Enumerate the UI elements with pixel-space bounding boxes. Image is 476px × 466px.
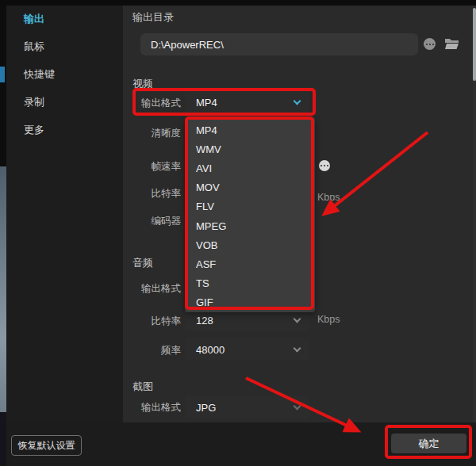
sidebar-item-more[interactable]: 更多 [24, 123, 44, 137]
video-format-select[interactable]: MP4 [185, 92, 309, 113]
audio-freq-value: 48000 [196, 344, 225, 356]
folder-icon [444, 37, 459, 50]
sidebar-item-hotkeys[interactable]: 快捷键 [24, 67, 55, 82]
audio-bitrate-unit: Kbps [317, 314, 340, 325]
ellipsis-icon [426, 44, 428, 45]
dropdown-option-wmv[interactable]: WMV [185, 139, 315, 159]
dropdown-option-flv[interactable]: FLV [185, 197, 315, 216]
desktop-wallpaper-sliver [0, 166, 6, 412]
dropdown-option-mp4[interactable]: MP4 [185, 120, 315, 139]
sidebar-item-mouse[interactable]: 鼠标 [24, 40, 44, 54]
audio-bitrate-select[interactable]: 128 [185, 309, 309, 331]
sidebar-item-record[interactable]: 录制 [24, 95, 44, 109]
dropdown-option-vob[interactable]: VOB [185, 235, 315, 254]
output-directory-input[interactable]: D:\ApowerREC\ [140, 33, 418, 55]
open-folder-button[interactable] [444, 37, 459, 53]
sidebar-item-output[interactable]: 输出 [24, 12, 44, 26]
clarity-label: 清晰度 [132, 127, 181, 140]
video-format-label: 输出格式 [132, 97, 181, 110]
chevron-down-icon [294, 97, 301, 105]
framerate-more-button[interactable] [319, 160, 330, 171]
screenshot-format-value: JPG [196, 402, 216, 414]
framerate-label: 帧速率 [132, 160, 181, 174]
chevron-down-icon [294, 344, 301, 352]
video-bitrate-unit: Kbps [317, 192, 340, 203]
titlebar-strip [0, 0, 476, 6]
desktop-edge-bottom [0, 412, 6, 466]
format-dropdown-list: MP4 WMV AVI MOV FLV MPEG VOB ASF TS GIF [185, 117, 315, 312]
audio-format-label: 输出格式 [132, 282, 181, 296]
dropdown-option-ts[interactable]: TS [185, 274, 315, 293]
dropdown-option-gif[interactable]: GIF [185, 293, 315, 312]
screenshot-format-select[interactable]: JPG [185, 396, 309, 418]
encoder-label: 编码器 [132, 215, 181, 228]
scrollbar-thumb[interactable] [473, 8, 476, 81]
audio-freq-select[interactable]: 48000 [185, 338, 309, 361]
dropdown-option-avi[interactable]: AVI [185, 159, 315, 178]
output-dir-label: 输出目录 [132, 10, 174, 25]
dropdown-option-asf[interactable]: ASF [185, 254, 315, 273]
browse-ellipsis-button[interactable] [424, 38, 436, 50]
settings-window: 输出 鼠标 快捷键 录制 更多 输出目录 D:\ApowerREC\ 视频 输出… [0, 0, 476, 466]
ellipsis-icon [321, 165, 322, 166]
audio-bitrate-value: 128 [196, 315, 213, 327]
screenshot-format-label: 输出格式 [132, 401, 181, 414]
sidebar: 输出 鼠标 快捷键 录制 更多 [6, 6, 123, 422]
chevron-down-icon [294, 315, 301, 323]
video-format-value: MP4 [196, 97, 217, 109]
ok-button[interactable]: 确定 [391, 434, 466, 453]
video-section-title: 视频 [132, 77, 153, 91]
desktop-edge-accent [0, 67, 5, 82]
audio-section-title: 音频 [132, 256, 153, 270]
dropdown-option-mpeg[interactable]: MPEG [185, 216, 315, 235]
restore-defaults-button[interactable]: 恢复默认设置 [11, 435, 82, 456]
chevron-down-icon [294, 402, 301, 410]
dropdown-option-mov[interactable]: MOV [185, 178, 315, 197]
audio-bitrate-label: 比特率 [132, 315, 181, 328]
audio-freq-label: 频率 [132, 344, 181, 357]
screenshot-section-title: 截图 [132, 380, 153, 394]
video-bitrate-label: 比特率 [132, 187, 181, 201]
